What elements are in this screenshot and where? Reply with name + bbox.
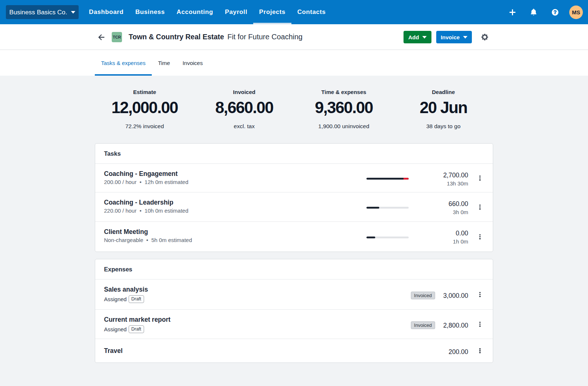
svg-text:?: ? — [553, 10, 556, 15]
